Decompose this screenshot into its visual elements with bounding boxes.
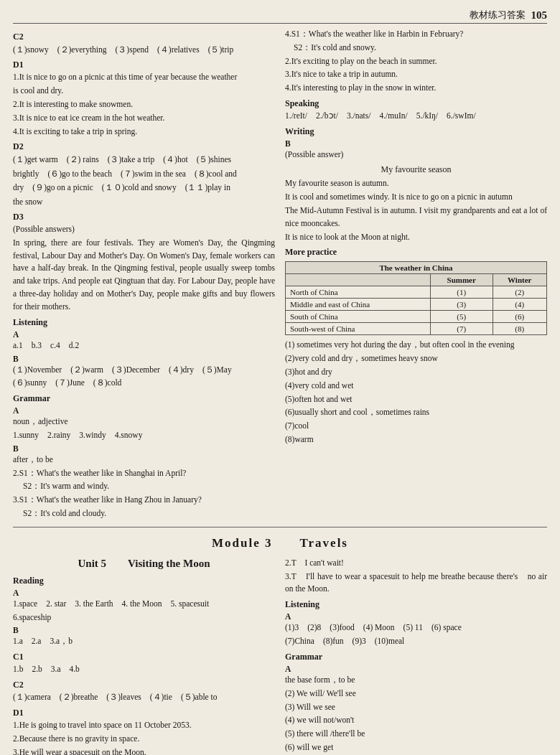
bl-c2-ans: (１)camera (２)breathe (３)leaves (４)tie (５… (13, 691, 275, 704)
page: 教材练习答案 105 C2 (１)snowy (２)everything (３)… (0, 0, 560, 755)
grammar-a1: noun，adjective (13, 416, 275, 428)
d1-label: D1 (13, 60, 275, 70)
table-row: South of China (5) (6) (286, 311, 547, 323)
tr-ans-1: 2.It's exciting to play on the beach in … (285, 55, 547, 68)
bl-d1-line2: 2.Because there is no gravity in space. (13, 733, 275, 746)
s2-label: S2：It's cold and snowy. (285, 42, 547, 55)
table-header-summer: Summer (430, 274, 493, 286)
table-note-6: (6)usually short and cool，sometimes rain… (285, 406, 547, 419)
br-grammar-item-2: (3) Will we see (285, 701, 547, 714)
bl-reading-b: B (13, 626, 275, 634)
bottom-left-col: Unit 5 Visiting the Moon Reading A 1.spa… (13, 557, 275, 755)
south-summer: (5) (430, 311, 493, 323)
speaking-label: Speaking (285, 98, 547, 109)
middle-winter: (4) (493, 299, 546, 311)
d1-line5: 4.It is exciting to take a trip in sprin… (13, 126, 275, 139)
d3-text: In spring, there are four festivals. The… (13, 237, 275, 314)
region-southwest: South-west of China (286, 323, 431, 335)
table-row: Middle and east of China (3) (4) (286, 299, 547, 311)
br-grammar-item-3: (4) we will not/won't (285, 714, 547, 727)
writing-text-3: It is nice to look at the Moon at night. (285, 231, 547, 244)
table-row: North of China (1) (2) (286, 286, 547, 299)
table-title: The weather in China (286, 262, 547, 274)
top-left-col: C2 (１)snowy (２)everything (３)spend (４)re… (13, 28, 275, 521)
region-north: North of China (286, 286, 431, 299)
d1-line3: 2.It is interesting to make snowmen. (13, 98, 275, 111)
header-label: 教材练习答案 (470, 9, 526, 22)
bl-d1-line1: 1.He is going to travel into space on 11… (13, 719, 275, 732)
weather-table: The weather in China Summer Winter North… (285, 261, 547, 335)
c2-answers: (１)snowy (２)everything (３)spend (４)relat… (13, 43, 275, 56)
bl-d1-line3: 3.He will wear a spacesuit on the Moon. (13, 746, 275, 755)
writing-possible: (Possible answer) (285, 149, 547, 161)
s1-label: 4.S1：What's the weather like in Harbin i… (285, 28, 547, 41)
d2-answers3: dry (９)go on a picnic (１０)cold and snowy… (13, 181, 275, 194)
tr-ans-3: 4.It's interesting to play in the snow i… (285, 82, 547, 95)
br-listening-ans2: (7)China (8)fun (9)3 (10)meal (285, 635, 547, 648)
br-grammar-item-4: (5) there will /there'll be (285, 728, 547, 741)
d2-answers4: the snow (13, 195, 275, 208)
bl-c2-label: C2 (13, 680, 275, 690)
bl-c1-label: C1 (13, 652, 275, 662)
grammar-b3: S2：It's warm and windy. (13, 480, 275, 493)
bl-reading-b-ans: 1.a 2.a 3.a，b (13, 635, 275, 648)
br-listening-ans: (1)3 (2)8 (3)food (4) Moon (5) 11 (6) sp… (285, 622, 547, 634)
table-note-5: (5)often hot and wet (285, 393, 547, 406)
bl-reading-a-ans2: 6.spaceship (13, 611, 275, 624)
top-two-col: C2 (１)snowy (２)everything (３)spend (４)re… (13, 28, 547, 521)
d1-line2: is cool and dry. (13, 85, 275, 98)
d1-line4: 3.It is nice to eat ice cream in the hot… (13, 112, 275, 125)
north-summer: (1) (430, 286, 493, 299)
grammar-a: A (13, 406, 275, 415)
bottom-section: Unit 5 Visiting the Moon Reading A 1.spa… (13, 557, 547, 755)
table-note-3: (3)hot and dry (285, 366, 547, 379)
d2-label: D2 (13, 141, 275, 152)
grammar-b1: after，to be (13, 454, 275, 466)
table-header-region (286, 274, 431, 286)
southwest-winter: (8) (493, 323, 546, 335)
br-d2-cont-2: 3.T I'll have to wear a spacesuit to hel… (285, 571, 547, 596)
module-divider: Module 3 Travels (13, 535, 547, 551)
writing-text-0: My favourite season is autumn. (285, 177, 547, 190)
c2-label: C2 (13, 32, 275, 42)
br-grammar-a1: the base form，to be (285, 674, 547, 687)
southwest-summer: (7) (430, 323, 493, 335)
br-grammar-item-5: (6) will we get (285, 741, 547, 754)
bottom-right-col: 2.T I can't wait! 3.T I'll have to wear … (285, 557, 547, 755)
grammar-b2: 2.S1：What's the weather like in Shanghai… (13, 467, 275, 480)
d2-answers: (１)get warm (２) rains (３)take a trip (４)… (13, 153, 275, 166)
grammar-b4: 3.S1：What's the weather like in Hang Zho… (13, 494, 275, 507)
br-grammar-item-1: (2) We will/ We'll see (285, 688, 547, 700)
table-header-winter: Winter (493, 274, 546, 286)
more-practice-label: More practice (285, 247, 547, 258)
bl-reading-a-ans: 1.space 2. star 3. the Earth 4. the Moon… (13, 598, 275, 611)
writing-title: My favourite season (285, 163, 547, 177)
writing-label: Writing (285, 126, 547, 137)
writing-text-2: The Mid-Autumn Festival is in autumn. I … (285, 205, 547, 230)
listening-b-ans: (１)November (２)warm (３)December (４)dry (… (13, 364, 275, 377)
listening-label: Listening (13, 317, 275, 328)
d3-possible: (Possible answers) (13, 223, 275, 236)
page-number: 105 (531, 9, 548, 22)
listening-a: A (13, 330, 275, 339)
writing-b: B (285, 139, 547, 148)
south-winter: (6) (493, 311, 546, 323)
page-header: 教材练习答案 105 (13, 9, 547, 24)
bl-reading-a: A (13, 588, 275, 597)
bl-c1-ans: 1.b 2.b 3.a 4.b (13, 663, 275, 676)
d2-answers2: brightly (６)go to the beach (７)swim in t… (13, 167, 275, 180)
br-listening-label: Listening (285, 599, 547, 610)
listening-b: B (13, 355, 275, 363)
middle-summer: (3) (430, 299, 493, 311)
br-grammar-a: A (285, 665, 547, 673)
br-listening-a: A (285, 612, 547, 621)
speaking-answers: 1./reIt/ 2./bɔt/ 3./nats/ 4./muIn/ 5./kI… (285, 110, 547, 123)
grammar-b: B (13, 444, 275, 453)
bl-d1-label: D1 (13, 708, 275, 718)
d3-label: D3 (13, 212, 275, 222)
bl-reading-label: Reading (13, 576, 275, 586)
region-middle: Middle and east of China (286, 299, 431, 311)
grammar-label: Grammar (13, 393, 275, 404)
grammar-a2: 1.sunny 2.rainy 3.windy 4.snowy (13, 429, 275, 442)
table-note-1: (1) sometimes very hot during the day，bu… (285, 339, 547, 352)
